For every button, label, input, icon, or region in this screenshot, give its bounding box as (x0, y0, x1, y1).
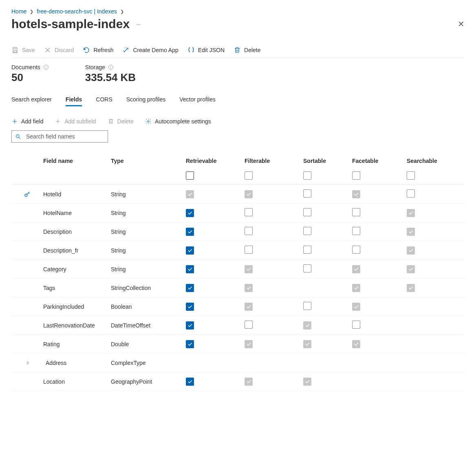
info-icon[interactable]: i (44, 65, 48, 70)
more-actions-button[interactable]: ··· (136, 21, 141, 27)
table-row: Address ComplexType (11, 354, 465, 372)
field-name[interactable]: HotelName (43, 210, 111, 216)
checkbox-retrievable[interactable] (186, 378, 194, 386)
checkbox-retrievable[interactable] (186, 265, 194, 273)
checkbox-retrievable[interactable] (186, 190, 194, 198)
checkbox-sortable[interactable] (303, 321, 311, 330)
field-type: String (111, 247, 186, 254)
checkbox-sortable[interactable] (303, 208, 311, 216)
checkbox-facetable[interactable] (352, 246, 360, 254)
field-type: GeographyPoint (111, 378, 186, 385)
checkbox-facetable[interactable] (352, 265, 360, 273)
checkbox-filterable[interactable] (245, 303, 253, 311)
delete-button[interactable]: Delete (234, 46, 260, 54)
field-name[interactable]: Category (43, 266, 111, 272)
checkbox-sortable[interactable] (303, 264, 311, 272)
refresh-button[interactable]: Refresh (83, 46, 113, 54)
checkbox-filterable[interactable] (245, 265, 253, 273)
checkbox-filterable[interactable] (245, 246, 253, 254)
documents-value: 50 (11, 71, 48, 84)
checkbox-retrievable[interactable] (186, 246, 194, 255)
search-input[interactable] (25, 133, 104, 140)
tab-search-explorer[interactable]: Search explorer (11, 96, 52, 106)
checkbox-searchable[interactable] (407, 265, 415, 273)
checkbox-searchable[interactable] (407, 228, 415, 236)
field-name[interactable]: ParkingIncluded (43, 303, 111, 310)
checkbox-facetable[interactable] (352, 190, 360, 198)
checkbox-searchable[interactable] (407, 246, 415, 255)
field-name[interactable]: Description_fr (43, 247, 111, 254)
svg-point-3 (25, 194, 27, 196)
checkbox-facetable[interactable] (352, 340, 360, 348)
checkbox-filterable[interactable] (245, 340, 253, 348)
plus-icon (55, 118, 61, 125)
tabs: Search explorer Fields CORS Scoring prof… (11, 96, 465, 106)
checkbox-facetable[interactable] (352, 284, 360, 292)
wand-icon (122, 46, 130, 54)
field-name[interactable]: Location (43, 378, 111, 385)
checkbox-facetable[interactable] (352, 227, 360, 235)
info-icon[interactable]: i (108, 65, 113, 70)
search-field-names[interactable] (11, 130, 108, 143)
tab-vector-profiles[interactable]: Vector profiles (179, 96, 216, 106)
close-icon (44, 46, 51, 54)
tab-scoring-profiles[interactable]: Scoring profiles (126, 96, 166, 106)
checkbox-searchable[interactable] (407, 284, 415, 292)
checkbox-all-sortable[interactable] (303, 171, 311, 180)
checkbox-facetable[interactable] (352, 208, 360, 216)
tab-cors[interactable]: CORS (96, 96, 112, 106)
checkbox-retrievable[interactable] (186, 303, 194, 311)
checkbox-filterable[interactable] (245, 284, 253, 292)
field-name[interactable]: Tags (43, 285, 111, 291)
table-row: Rating Double (11, 335, 465, 354)
checkbox-retrievable[interactable] (186, 209, 194, 217)
checkbox-all-searchable[interactable] (407, 171, 415, 180)
checkbox-searchable[interactable] (407, 209, 415, 217)
page-title: hotels-sample-index (11, 17, 130, 31)
checkbox-all-retrievable[interactable] (186, 171, 194, 180)
field-name[interactable]: Address (43, 360, 111, 366)
checkbox-retrievable[interactable] (186, 340, 194, 348)
checkbox-sortable[interactable] (303, 246, 311, 254)
checkbox-retrievable[interactable] (186, 228, 194, 236)
autocomplete-settings-button[interactable]: Autocomplete settings (145, 118, 211, 125)
checkbox-retrievable[interactable] (186, 321, 194, 330)
checkbox-facetable[interactable] (352, 303, 360, 311)
field-name[interactable]: Rating (43, 341, 111, 347)
svg-point-2 (16, 134, 20, 138)
checkbox-filterable[interactable] (245, 378, 253, 386)
checkbox-filterable[interactable] (245, 227, 253, 235)
checkbox-facetable[interactable] (352, 321, 360, 329)
chevron-right-icon[interactable] (25, 360, 30, 365)
checkbox-sortable[interactable] (303, 189, 311, 198)
checkbox-filterable[interactable] (245, 208, 253, 216)
checkbox-all-filterable[interactable] (245, 171, 253, 180)
checkbox-sortable[interactable] (303, 378, 311, 386)
checkbox-filterable[interactable] (245, 321, 253, 329)
checkbox-filterable[interactable] (245, 190, 253, 198)
checkbox-sortable[interactable] (303, 302, 311, 310)
add-subfield-button: Add subfield (55, 118, 96, 125)
add-field-button[interactable]: Add field (11, 118, 43, 125)
field-name[interactable]: LastRenovationDate (43, 322, 111, 329)
storage-value: 335.54 KB (85, 71, 136, 84)
field-type: Boolean (111, 303, 186, 310)
checkbox-all-facetable[interactable] (352, 171, 360, 180)
save-button: Save (11, 46, 35, 54)
checkbox-sortable[interactable] (303, 340, 311, 348)
tab-fields[interactable]: Fields (66, 96, 82, 106)
plus-icon (11, 118, 18, 125)
breadcrumb-home[interactable]: Home (11, 8, 26, 15)
table-header: Field name Type Retrievable Filterable S… (11, 154, 465, 168)
create-demo-button[interactable]: Create Demo App (122, 46, 178, 54)
table-row: Tags StringCollection (11, 279, 465, 297)
checkbox-searchable[interactable] (407, 189, 415, 198)
checkbox-retrievable[interactable] (186, 284, 194, 292)
field-name[interactable]: HotelId (43, 191, 111, 198)
checkbox-sortable[interactable] (303, 227, 311, 235)
table-row: Category String (11, 260, 465, 279)
close-button[interactable]: ✕ (458, 19, 465, 29)
field-name[interactable]: Description (43, 228, 111, 235)
edit-json-button[interactable]: Edit JSON (187, 46, 225, 54)
breadcrumb-path[interactable]: free-demo-search-svc | Indexes (37, 8, 117, 15)
